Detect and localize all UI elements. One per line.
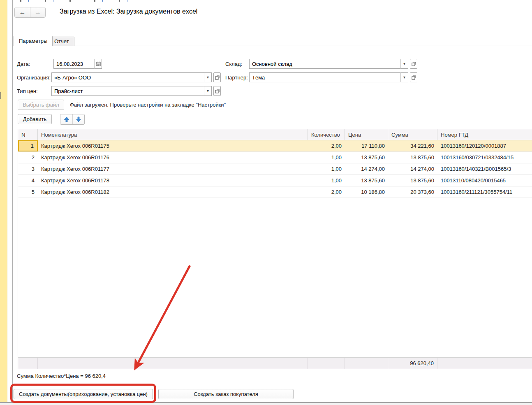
footer-cell-price [345,358,388,369]
partner-dropdown-button[interactable]: ▾ [400,72,408,82]
organization-input[interactable]: «Б-Агро» ООО [51,72,204,82]
column-header-n[interactable]: N [18,129,38,140]
table-row[interactable]: 4Картридж Xerox 006R011781,0013 875,6013… [18,175,532,186]
tab-report[interactable]: Отчет [49,37,74,46]
nomenclature-cell[interactable]: Картридж Xerox 006R01182 [38,186,308,198]
warehouse-input[interactable]: Основной склад [249,59,401,69]
nomenclature-cell[interactable]: Картридж Xerox 006R01176 [38,152,308,163]
price-type-open-button[interactable] [213,86,221,96]
back-button[interactable]: ← [15,7,30,17]
items-table: N Номенклатура Количество Цена Сумма Ном… [18,129,532,369]
nomenclature-cell[interactable]: Картридж Xerox 006R01177 [38,163,308,175]
nomenclature-cell[interactable]: Картридж Xerox 006R01178 [38,175,308,186]
open-form-icon [412,62,416,66]
row-number-cell[interactable]: 4 [18,175,38,186]
sum-cell[interactable]: 20 373,60 [388,186,437,198]
organization-dropdown-button[interactable]: ▾ [204,72,212,82]
footer-total-sum: 96 620,40 [388,358,437,369]
partner-open-button[interactable] [410,72,417,82]
price-cell[interactable]: 13 875,60 [345,175,388,186]
move-up-button[interactable] [60,114,72,124]
warehouse-open-button[interactable] [410,59,417,69]
partner-field: Тёма ▾ [249,72,417,82]
price-cell[interactable]: 14 274,00 [345,163,388,175]
forward-button[interactable]: → [30,7,45,17]
arrow-left-icon: ← [19,9,26,16]
gtd-number-cell[interactable]: 10013160/140321/B001565/3 [437,163,532,175]
row-number-cell[interactable]: 2 [18,152,38,163]
table-row[interactable]: 1Картридж Xerox 006R011752,0017 110,8034… [18,140,532,152]
organization-open-button[interactable] [213,72,221,82]
move-down-button[interactable] [72,114,84,124]
price-type-field: Прайс-лист ▾ [51,86,221,96]
table-row[interactable]: 3Картридж Xerox 006R011771,0014 274,0014… [18,163,532,175]
side-panel-marker [0,92,1,99]
table-row[interactable]: 2Картридж Xerox 006R011761,0013 875,6013… [18,152,532,163]
partner-label: Партнер: [225,74,248,81]
date-label: Дата: [17,61,30,67]
chevron-down-icon: ▾ [403,62,405,66]
window-left-border [12,0,13,402]
quantity-cell[interactable]: 2,00 [308,186,345,198]
clipped-toolbar-text [14,0,142,2]
gtd-number-cell[interactable]: 10013160/120120/0001887 [437,140,532,151]
sum-cell[interactable]: 14 274,00 [388,163,437,175]
file-status-text: Файл загружен. Проверьте настройки на за… [70,102,226,108]
date-field: 16.08.2023 [53,59,102,69]
sum-cell[interactable]: 34 221,60 [388,140,437,151]
calendar-button[interactable] [94,59,102,69]
price-type-input[interactable]: Прайс-лист [51,86,204,96]
price-cell[interactable]: 17 110,80 [345,140,388,151]
warehouse-field: Основной склад ▾ [249,59,417,69]
row-number-cell[interactable]: 1 [18,140,38,151]
app-window: ← → Загрузка из Excel: Загрузка документ… [0,0,532,405]
row-number-cell[interactable]: 3 [18,163,38,175]
price-cell[interactable]: 13 875,60 [345,152,388,163]
table-row[interactable]: 5Картридж Xerox 006R011822,0010 186,8020… [18,186,532,198]
column-header-nomenclature[interactable]: Номенклатура [38,129,308,140]
open-form-icon [215,75,220,80]
column-header-quantity[interactable]: Количество [308,129,345,140]
quantity-cell[interactable]: 2,00 [308,140,345,151]
choose-file-button[interactable]: Выбрать файл [18,100,64,110]
organization-field: «Б-Агро» ООО ▾ [51,72,221,82]
column-header-gtd[interactable]: Номер ГТД [437,129,532,140]
nomenclature-cell[interactable]: Картридж Xerox 006R01175 [38,140,308,151]
create-customer-order-button[interactable]: Создать заказ покупателя [158,389,294,399]
open-form-icon [412,75,416,80]
calendar-icon [96,61,101,66]
gtd-number-cell[interactable]: 10013160/030721/0332484/15 [437,152,532,163]
price-type-dropdown-button[interactable]: ▾ [204,86,212,96]
below-window-area [0,403,532,405]
tab-parameters-label: Параметры [19,38,47,44]
add-row-button[interactable]: Добавить [18,114,52,124]
table-empty-area [18,198,532,357]
table-header: N Номенклатура Количество Цена Сумма Ном… [18,129,532,140]
date-input[interactable]: 16.08.2023 [53,59,95,69]
price-type-label: Тип цен: [17,88,38,94]
gtd-number-cell[interactable]: 10013110/080420/0015465 [437,175,532,186]
column-header-price[interactable]: Цена [345,129,388,140]
chevron-down-icon: ▾ [207,89,209,93]
warehouse-dropdown-button[interactable]: ▾ [400,59,408,69]
history-nav: ← → [14,7,46,18]
quantity-cell[interactable]: 1,00 [308,163,345,175]
sum-cell[interactable]: 13 875,60 [388,175,437,186]
organization-label: Организация: [17,74,51,81]
quantity-cell[interactable]: 1,00 [308,152,345,163]
sum-cell[interactable]: 13 875,60 [388,152,437,163]
arrow-up-icon [64,116,69,122]
price-cell[interactable]: 10 186,80 [345,186,388,198]
table-body: 1Картридж Xerox 006R011752,0017 110,8034… [18,140,532,198]
arrow-down-icon [76,116,81,122]
quantity-cell[interactable]: 1,00 [308,175,345,186]
tab-report-label: Отчет [54,38,69,44]
side-panel-strip [0,0,7,402]
column-header-sum[interactable]: Сумма [388,129,437,140]
partner-input[interactable]: Тёма [249,72,401,82]
sum-summary-text: Сумма Количество*Цена = 96 620,4 [17,373,106,379]
create-documents-button[interactable]: Создать документы(оприходование, установ… [14,389,153,399]
tab-parameters[interactable]: Параметры [14,36,53,46]
gtd-number-cell[interactable]: 10013160/211121/3055754/11 [437,186,532,198]
row-number-cell[interactable]: 5 [18,186,38,198]
